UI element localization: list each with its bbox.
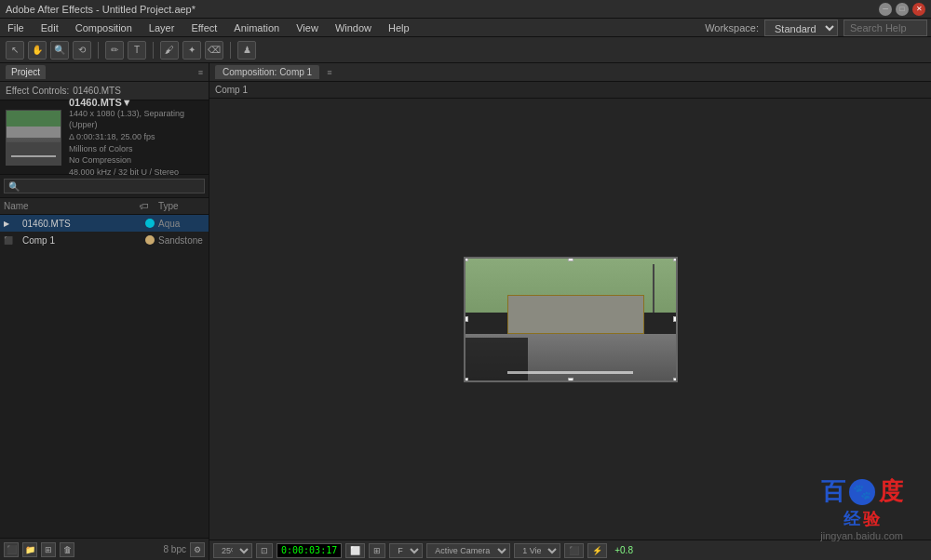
composition-viewer[interactable] [209, 99, 931, 540]
handle-bottom-right[interactable] [673, 378, 678, 382]
col-type-label: Type [158, 201, 205, 211]
scene-road-marks [507, 371, 634, 374]
project-item-comp-name: Comp 1 [22, 235, 142, 246]
menu-layer[interactable]: Layer [145, 20, 179, 35]
item-label-aqua [145, 219, 155, 228]
quality-dropdown[interactable]: Full [389, 543, 423, 558]
project-item-video[interactable]: ▶ 01460.MTS Aqua [0, 215, 209, 232]
scene-power-lines [653, 264, 654, 313]
workspace-dropdown[interactable]: Standard [764, 20, 838, 36]
comp-tab[interactable]: Composition: Comp 1 [215, 65, 319, 79]
new-comp-btn[interactable]: ⊞ [41, 542, 56, 557]
maximize-button[interactable]: □ [896, 3, 909, 16]
menu-window[interactable]: Window [331, 20, 375, 35]
video-file-icon: ▶ [4, 220, 19, 228]
col-label-icon: 🏷 [140, 201, 155, 211]
text-tool[interactable]: T [128, 41, 146, 60]
comp-toolbar: 25% ⊡ 0:00:03:17 ⬜ ⊞ Full Active Camera … [209, 540, 931, 560]
transparency-grid[interactable]: ⊞ [369, 543, 385, 558]
puppet-tool[interactable]: ♟ [237, 41, 256, 60]
settings-btn[interactable]: ⚙ [190, 542, 205, 557]
handle-bottom-left[interactable] [464, 378, 468, 382]
main-layout: Project ≡ Effect Controls: 01460.MTS 014… [0, 63, 931, 560]
create-folder-btn[interactable]: 📁 [22, 542, 37, 557]
interpret-footage-btn[interactable]: ⬛ [4, 542, 19, 557]
project-item-video-label: Aqua [158, 219, 205, 229]
menu-composition[interactable]: Composition [72, 20, 136, 35]
menu-file[interactable]: File [4, 20, 28, 35]
frame-controls[interactable]: ⊡ [256, 543, 273, 558]
handle-middle-left[interactable] [464, 316, 468, 322]
offset-label: +0.8 [614, 545, 633, 555]
render-options[interactable]: ⬛ [564, 543, 584, 558]
help-search-input[interactable] [843, 20, 927, 36]
panel-menu-btn[interactable]: ≡ [198, 68, 203, 77]
menu-view[interactable]: View [292, 20, 322, 35]
item-label-sandstone [145, 235, 155, 245]
workspace-label: Workspace: [705, 22, 759, 33]
preview-detail-3: Millions of Colors [69, 143, 203, 155]
project-item-video-name: 01460.MTS [22, 219, 142, 229]
timecode-display: 0:00:03:17 [277, 543, 342, 558]
preview-detail-1: 1440 x 1080 (1.33), Separating (Upper) [69, 108, 203, 131]
effect-controls-comp: 01460.MTS [73, 86, 121, 96]
views-dropdown[interactable]: 1 View [514, 543, 560, 558]
project-search-input[interactable] [4, 179, 205, 193]
project-list-header: Name 🏷 Type [0, 198, 209, 215]
region-of-interest[interactable]: ⬜ [345, 543, 365, 558]
menu-help[interactable]: Help [385, 20, 413, 35]
project-tab[interactable]: Project [6, 65, 46, 79]
rotate-tool[interactable]: ⟲ [73, 41, 91, 60]
comp-panel-header: Composition: Comp 1 ≡ [209, 63, 931, 82]
project-item-comp[interactable]: ⬛ Comp 1 Sandstone [0, 232, 209, 248]
handle-middle-right[interactable] [673, 316, 678, 322]
pen-tool[interactable]: ✏ [105, 41, 124, 60]
title-bar: Adobe After Effects - Untitled Project.a… [0, 0, 931, 19]
comp-file-icon: ⬛ [4, 236, 19, 245]
comp-breadcrumb: Comp 1 [209, 82, 931, 99]
delete-item-btn[interactable]: 🗑 [60, 542, 74, 557]
project-preview: 01460.MTS▼ 1440 x 1080 (1.33), Separatin… [0, 100, 209, 175]
project-search-area [0, 175, 209, 198]
menu-animation[interactable]: Animation [230, 20, 283, 35]
clone-tool[interactable]: ✦ [182, 41, 201, 60]
menu-effect[interactable]: Effect [187, 20, 221, 35]
project-item-comp-label: Sandstone [158, 235, 205, 246]
col-name-label: Name [4, 201, 136, 211]
video-scene [466, 259, 676, 380]
handle-top-left[interactable] [464, 257, 468, 261]
bpc-label: 8 bpc [164, 544, 186, 554]
preview-thumbnail [6, 110, 61, 166]
minimize-button[interactable]: ─ [879, 3, 892, 16]
window-controls: ─ □ ✕ [879, 3, 925, 16]
close-button[interactable]: ✕ [912, 3, 925, 16]
preview-detail-4: No Compression [69, 154, 203, 167]
zoom-tool[interactable]: 🔍 [50, 41, 69, 60]
handle-top-middle[interactable] [568, 257, 573, 261]
camera-dropdown[interactable]: Active Camera [426, 543, 510, 558]
app-title: Adobe After Effects - Untitled Project.a… [6, 4, 196, 15]
left-panel-header: Project ≡ [0, 63, 209, 82]
menu-edit[interactable]: Edit [37, 20, 62, 35]
zoom-dropdown[interactable]: 25% [213, 543, 252, 558]
video-frame [464, 257, 678, 382]
handle-bottom-middle[interactable] [568, 378, 573, 382]
menu-bar: File Edit Composition Layer Effect Anima… [0, 19, 931, 37]
comp-panel-menu[interactable]: ≡ [327, 68, 331, 77]
brush-tool[interactable]: 🖌 [160, 41, 179, 60]
comp-name-label: Comp 1 [215, 85, 248, 95]
handle-top-right[interactable] [673, 257, 678, 261]
preview-filename: 01460.MTS▼ [69, 97, 203, 108]
left-panel: Project ≡ Effect Controls: 01460.MTS 014… [0, 63, 209, 560]
arrow-tool[interactable]: ↖ [6, 41, 24, 60]
center-panel: Composition: Comp 1 ≡ Comp 1 [209, 63, 931, 560]
comp-tab-label: Composition: Comp 1 [223, 67, 312, 77]
preview-info: 01460.MTS▼ 1440 x 1080 (1.33), Separatin… [69, 97, 203, 179]
effect-controls-label: Effect Controls: [6, 86, 69, 96]
project-items-list: ▶ 01460.MTS Aqua ⬛ Comp 1 Sandstone [0, 215, 209, 538]
hand-tool[interactable]: ✋ [28, 41, 47, 60]
fast-preview[interactable]: ⚡ [587, 543, 607, 558]
eraser-tool[interactable]: ⌫ [205, 41, 223, 60]
project-bottom-bar: ⬛ 📁 ⊞ 🗑 8 bpc ⚙ [0, 538, 209, 560]
main-toolbar: ↖ ✋ 🔍 ⟲ ✏ T 🖌 ✦ ⌫ ♟ [0, 37, 931, 63]
